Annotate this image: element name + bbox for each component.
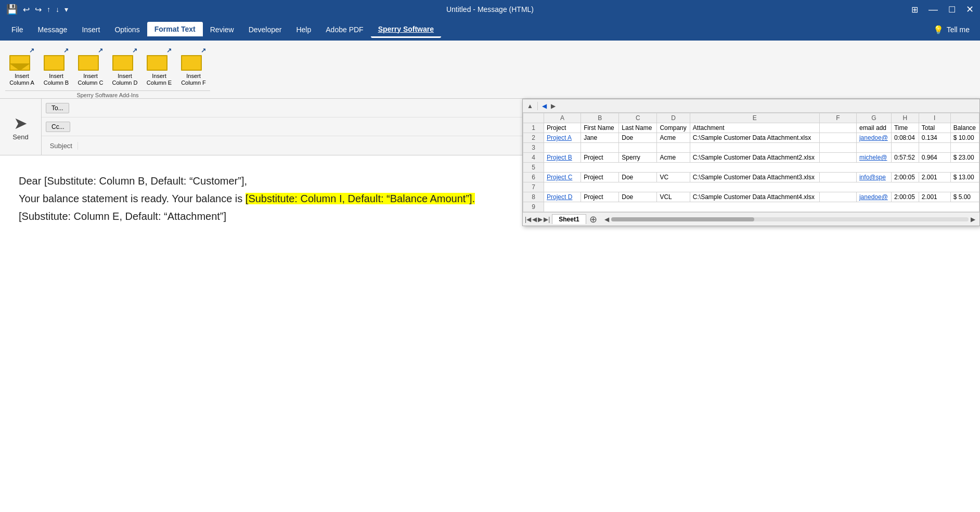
excel-sheet1-tab[interactable]: Sheet1 bbox=[552, 214, 586, 224]
arrow-up-icon[interactable]: ↑ bbox=[47, 5, 50, 14]
excel-cell-6d[interactable]: VC bbox=[657, 173, 690, 182]
excel-col-header-a[interactable]: A bbox=[544, 113, 581, 123]
excel-hscroll[interactable]: ◀ ▶ bbox=[604, 216, 975, 223]
excel-add-sheet[interactable]: ⊕ bbox=[586, 214, 600, 225]
excel-cell-6g[interactable]: info@spe bbox=[856, 173, 891, 182]
excel-cell-4f[interactable] bbox=[819, 153, 856, 163]
undo-icon[interactable]: ↩ bbox=[23, 5, 30, 15]
excel-cell-1d[interactable]: Company bbox=[657, 123, 690, 133]
excel-nav-last[interactable]: ▶| bbox=[544, 216, 550, 223]
excel-select-all[interactable]: ▲ bbox=[525, 102, 535, 110]
excel-cell-1j[interactable]: Balance bbox=[950, 123, 979, 133]
excel-col-header-i[interactable]: I bbox=[919, 113, 950, 123]
excel-col-header-b[interactable]: B bbox=[581, 113, 619, 123]
insert-column-c-button[interactable]: ↗ InsertColumn C bbox=[74, 44, 107, 88]
excel-cell-6h[interactable]: 2:00:05 bbox=[891, 173, 919, 182]
excel-hscroll-thumb[interactable] bbox=[611, 217, 754, 221]
send-button[interactable]: ➤ Send bbox=[7, 108, 33, 146]
excel-cell-4j[interactable]: $ 23.00 bbox=[950, 153, 979, 163]
excel-cell-2c[interactable]: Doe bbox=[619, 133, 657, 143]
menu-adobe-pdf[interactable]: Adobe PDF bbox=[318, 22, 370, 37]
maximize-button[interactable]: ☐ bbox=[948, 5, 956, 15]
menu-file[interactable]: File bbox=[4, 22, 31, 37]
insert-column-d-button[interactable]: ↗ InsertColumn D bbox=[108, 44, 141, 88]
excel-col-header-g[interactable]: G bbox=[856, 113, 891, 123]
excel-cell-4g[interactable]: michele@ bbox=[856, 153, 891, 163]
arrow-down-icon[interactable]: ↓ bbox=[56, 5, 59, 14]
insert-column-a-button[interactable]: ↗ InsertColumn A bbox=[5, 44, 38, 88]
excel-scroll-left[interactable]: ◀ bbox=[540, 102, 549, 110]
tellme-button[interactable]: 💡 Tell me bbox=[927, 23, 976, 37]
excel-cell-2g[interactable]: janedoe@ bbox=[856, 133, 891, 143]
redo-icon[interactable]: ↪ bbox=[35, 5, 42, 15]
excel-col-header-h[interactable]: H bbox=[891, 113, 919, 123]
excel-cell-8i[interactable]: 2.001 bbox=[919, 192, 950, 202]
excel-cell-8j[interactable]: $ 5.00 bbox=[950, 192, 979, 202]
menu-format-text[interactable]: Format Text bbox=[147, 22, 203, 38]
excel-cell-1f[interactable] bbox=[819, 123, 856, 133]
excel-scroll-right[interactable]: ▶ bbox=[549, 102, 558, 110]
insert-column-b-button[interactable]: ↗ InsertColumn B bbox=[40, 44, 73, 88]
excel-cell-8d[interactable]: VCL bbox=[657, 192, 690, 202]
excel-cell-8c[interactable]: Doe bbox=[619, 192, 657, 202]
excel-cell-6j[interactable]: $ 13.00 bbox=[950, 173, 979, 182]
excel-cell-4h[interactable]: 0:57:52 bbox=[891, 153, 919, 163]
excel-col-header-c[interactable]: C bbox=[619, 113, 657, 123]
excel-col-header-e[interactable]: E bbox=[690, 113, 819, 123]
excel-cell-2i[interactable]: 0.134 bbox=[919, 133, 950, 143]
excel-cell-4d[interactable]: Acme bbox=[657, 153, 690, 163]
excel-col-header-extra[interactable] bbox=[950, 113, 979, 123]
excel-cell-8e[interactable]: C:\Sample Customer Data Attachment4.xlsx bbox=[690, 192, 819, 202]
excel-cell-6i[interactable]: 2.001 bbox=[919, 173, 950, 182]
excel-hscroll-track[interactable] bbox=[611, 217, 969, 221]
excel-cell-8f[interactable] bbox=[819, 192, 856, 202]
excel-grid[interactable]: A B C D E F G H I bbox=[523, 113, 979, 212]
customize-icon[interactable]: ▾ bbox=[65, 5, 68, 14]
excel-hscroll-right[interactable]: ▶ bbox=[971, 216, 975, 223]
excel-cell-8a[interactable]: Project D bbox=[544, 192, 581, 202]
save-icon[interactable]: 💾 bbox=[6, 4, 18, 15]
excel-col-header-d[interactable]: D bbox=[657, 113, 690, 123]
excel-cell-4a[interactable]: Project B bbox=[544, 153, 581, 163]
menu-options[interactable]: Options bbox=[107, 22, 147, 37]
excel-cell-1a[interactable]: Project bbox=[544, 123, 581, 133]
menu-sperry-software[interactable]: Sperry Software bbox=[371, 22, 441, 38]
excel-cell-1h[interactable]: Time bbox=[891, 123, 919, 133]
to-button[interactable]: To... bbox=[46, 103, 69, 113]
excel-hscroll-left[interactable]: ◀ bbox=[604, 216, 609, 223]
excel-cell-4c[interactable]: Sperry bbox=[619, 153, 657, 163]
excel-cell-8h[interactable]: 2:00:05 bbox=[891, 192, 919, 202]
excel-cell-2f[interactable] bbox=[819, 133, 856, 143]
menu-review[interactable]: Review bbox=[203, 22, 241, 37]
excel-cell-2h[interactable]: 0:08:04 bbox=[891, 133, 919, 143]
menu-developer[interactable]: Developer bbox=[241, 22, 289, 37]
excel-cell-2j[interactable]: $ 10.00 bbox=[950, 133, 979, 143]
excel-cell-2b[interactable]: Jane bbox=[581, 133, 619, 143]
excel-nav-prev[interactable]: ◀ bbox=[532, 216, 537, 223]
excel-cell-4e[interactable]: C:\Sample Customer Data Attachment2.xlsx bbox=[690, 153, 819, 163]
excel-nav-first[interactable]: |◀ bbox=[525, 216, 531, 223]
menu-help[interactable]: Help bbox=[289, 22, 318, 37]
excel-cell-1c[interactable]: Last Name bbox=[619, 123, 657, 133]
excel-cell-8b[interactable]: Project bbox=[581, 192, 619, 202]
excel-cell-1e[interactable]: Attachment bbox=[690, 123, 819, 133]
insert-column-f-button[interactable]: ↗ InsertColumn F bbox=[177, 44, 210, 88]
excel-cell-4b[interactable]: Project bbox=[581, 153, 619, 163]
excel-cell-2a[interactable]: Project A bbox=[544, 133, 581, 143]
excel-cell-2e[interactable]: C:\Sample Customer Data Attachment.xlsx bbox=[690, 133, 819, 143]
menu-insert[interactable]: Insert bbox=[74, 22, 107, 37]
menu-message[interactable]: Message bbox=[31, 22, 75, 37]
excel-cell-6e[interactable]: C:\Sample Customer Data Attachment3.xlsx bbox=[690, 173, 819, 182]
window-layout-icon[interactable]: ⊞ bbox=[911, 5, 918, 15]
excel-cell-1g[interactable]: email add bbox=[856, 123, 891, 133]
excel-cell-6c[interactable]: Doe bbox=[619, 173, 657, 182]
excel-cell-1b[interactable]: First Name bbox=[581, 123, 619, 133]
excel-cell-8g[interactable]: janedoe@ bbox=[856, 192, 891, 202]
excel-col-header-f[interactable]: F bbox=[819, 113, 856, 123]
excel-cell-6f[interactable] bbox=[819, 173, 856, 182]
excel-cell-6a[interactable]: Project C bbox=[544, 173, 581, 182]
excel-cell-6b[interactable]: Project bbox=[581, 173, 619, 182]
excel-nav-next[interactable]: ▶ bbox=[538, 216, 543, 223]
insert-column-e-button[interactable]: ↗ InsertColumn E bbox=[143, 44, 176, 88]
cc-button[interactable]: Cc... bbox=[46, 122, 70, 132]
